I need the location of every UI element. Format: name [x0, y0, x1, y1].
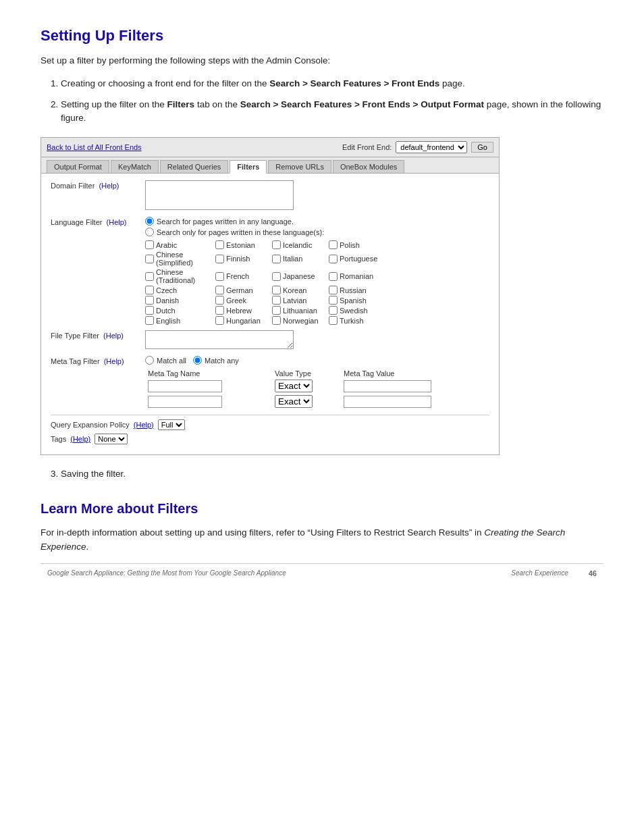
go-button[interactable]: Go	[471, 142, 493, 153]
frontend-select[interactable]: default_frontend	[396, 141, 467, 153]
lang-lithuanian: Lithuanian	[272, 306, 326, 315]
learn-more-section: Learn More about Filters For in-depth in…	[41, 501, 603, 554]
metatag-match-any-input[interactable]	[193, 356, 202, 365]
screenshot-body: Domain Filter (Help) Language Filter (He…	[41, 174, 499, 454]
tags-row: Tags (Help) None	[51, 434, 489, 444]
metatag-match-all-label: Match all	[157, 357, 186, 365]
step2-bold1: Filters	[167, 99, 195, 109]
language-filter-help[interactable]: (Help)	[107, 218, 127, 226]
metatag-radio-row: Match all Match any	[145, 356, 489, 365]
lang-portuguese: Portuguese	[329, 251, 390, 267]
footer-right: Search Experience 46	[511, 569, 597, 577]
metatag-type-select-2[interactable]: Exact	[275, 395, 313, 408]
query-expansion-row: Query Expansion Policy (Help) Full	[51, 419, 489, 430]
tab-remove-urls[interactable]: Remove URLs	[268, 160, 331, 173]
learn-more-text: For in-depth information about setting u…	[41, 526, 603, 554]
step1-bold: Search > Search Features > Front Ends	[269, 78, 439, 88]
lang-french: French	[215, 268, 269, 284]
query-expansion-select[interactable]: Full	[158, 419, 185, 430]
metatag-filter-content: Match all Match any Meta Tag Name Value …	[145, 356, 489, 409]
lang-hungarian: Hungarian	[215, 316, 269, 325]
lang-italian: Italian	[272, 251, 326, 267]
domain-filter-row: Domain Filter (Help)	[51, 180, 489, 211]
metatag-match-any-label: Match any	[205, 357, 239, 365]
lang-finnish: Finnish	[215, 251, 269, 267]
domain-filter-content	[145, 180, 489, 211]
metatag-row-1: Exact	[145, 378, 489, 394]
query-expansion-help[interactable]: (Help)	[134, 421, 154, 429]
step3-text: Saving the filter.	[61, 469, 126, 479]
language-filter-row: Language Filter (Help) Search for pages …	[51, 217, 489, 325]
language-radio-any-input[interactable]	[145, 217, 154, 226]
metatag-match-all: Match all	[145, 356, 186, 365]
tags-select[interactable]: None	[95, 434, 128, 444]
tab-output-format[interactable]: Output Format	[47, 160, 109, 173]
lang-turkish: Turkish	[329, 316, 390, 325]
step-3: Saving the filter.	[61, 467, 603, 481]
footer-right-label: Search Experience	[511, 569, 568, 577]
lang-czech: Czech	[145, 286, 213, 294]
metatag-value-2[interactable]	[344, 396, 431, 408]
edit-frontend-label: Edit Front End:	[342, 143, 392, 151]
language-radio-specific-input[interactable]	[145, 228, 154, 236]
back-link[interactable]: Back to List of All Front Ends	[47, 143, 142, 151]
tab-onebox-modules[interactable]: OneBox Modules	[333, 160, 404, 173]
language-radio-specific: Search only for pages written in these l…	[145, 228, 489, 236]
metatag-col-name: Meta Tag Name	[145, 369, 272, 378]
metatag-col-value: Meta Tag Value	[341, 369, 489, 378]
tab-related-queries[interactable]: Related Queries	[160, 160, 229, 173]
tab-filters[interactable]: Filters	[230, 160, 267, 174]
metatag-name-1[interactable]	[148, 380, 222, 392]
screenshot-figure: Back to List of All Front Ends Edit Fron…	[41, 137, 500, 455]
tab-row: Output Format KeyMatch Related Queries F…	[41, 157, 499, 174]
metatag-name-2[interactable]	[148, 396, 222, 408]
lang-dutch: Dutch	[145, 306, 213, 315]
filetype-filter-label: File Type Filter (Help)	[51, 330, 145, 340]
learn-more-intro: For in-depth information about setting u…	[41, 527, 484, 538]
filetype-filter-content	[145, 330, 489, 350]
metatag-filter-label: Meta Tag Filter (Help)	[51, 356, 145, 365]
lang-arabic: Arabic	[145, 240, 213, 249]
step2-text: Setting up the filter on the Filters tab…	[61, 99, 601, 123]
edit-frontend-area: Edit Front End: default_frontend Go	[342, 141, 493, 153]
step3-list: Saving the filter.	[61, 467, 603, 481]
steps-list: Creating or choosing a front end for the…	[61, 77, 603, 125]
learn-more-title: Learn More about Filters	[41, 501, 603, 517]
step1-text: Creating or choosing a front end for the…	[61, 78, 465, 88]
metatag-filter-help[interactable]: (Help)	[104, 357, 124, 365]
lang-hebrew: Hebrew	[215, 306, 269, 315]
lang-romanian: Romanian	[329, 268, 390, 284]
metatag-col-type: Value Type	[272, 369, 341, 378]
language-filter-content: Search for pages written in any language…	[145, 217, 489, 325]
lang-german: German	[215, 286, 269, 294]
metatag-match-all-input[interactable]	[145, 356, 154, 365]
metatag-type-select-1[interactable]: Exact	[275, 380, 313, 392]
metatag-value-1[interactable]	[344, 380, 431, 392]
step-1: Creating or choosing a front end for the…	[61, 77, 603, 90]
footer-page-number: 46	[589, 569, 597, 577]
divider	[51, 415, 489, 415]
language-radio-specific-label: Search only for pages written in these l…	[157, 228, 324, 236]
lang-greek: Greek	[215, 296, 269, 305]
domain-filter-label: Domain Filter (Help)	[51, 180, 145, 190]
lang-norwegian: Norwegian	[272, 316, 326, 325]
language-radio-group: Search for pages written in any language…	[145, 217, 489, 236]
lang-estonian: Estonian	[215, 240, 269, 249]
metatag-table: Meta Tag Name Value Type Meta Tag Value …	[145, 369, 489, 409]
lang-danish: Danish	[145, 296, 213, 305]
domain-filter-help[interactable]: (Help)	[99, 182, 119, 190]
domain-filter-textarea[interactable]	[145, 180, 294, 210]
tab-keymatch[interactable]: KeyMatch	[111, 160, 159, 173]
lang-latvian: Latvian	[272, 296, 326, 305]
intro-text: Set up a filter by performing the follow…	[41, 54, 603, 68]
footer: Google Search Appliance: Getting the Mos…	[41, 563, 603, 583]
filetype-filter-textarea[interactable]	[145, 330, 294, 349]
language-radio-any: Search for pages written in any language…	[145, 217, 489, 226]
tags-help[interactable]: (Help)	[70, 435, 90, 443]
step2-bold2: Search > Search Features > Front Ends > …	[240, 99, 484, 109]
footer-left: Google Search Appliance: Getting the Mos…	[47, 569, 286, 577]
lang-japanese: Japanese	[272, 268, 326, 284]
filetype-filter-help[interactable]: (Help)	[103, 332, 124, 340]
step-2: Setting up the filter on the Filters tab…	[61, 98, 603, 126]
metatag-match-any: Match any	[193, 356, 239, 365]
